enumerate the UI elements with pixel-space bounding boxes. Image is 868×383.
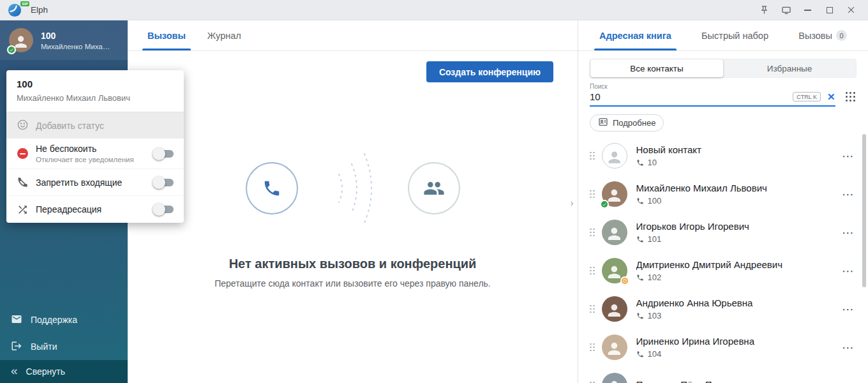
segment-favorites[interactable]: Избранные (723, 59, 856, 77)
popup-header: 100 Михайленко Михаил Львович (6, 70, 184, 112)
forwarding-row[interactable]: Переадресация (6, 196, 184, 223)
tab-calls-right[interactable]: Вызовы 0 (788, 20, 858, 50)
block-incoming-row[interactable]: Запретить входящие (6, 169, 184, 196)
tab-address-book[interactable]: Адресная книга (588, 20, 682, 50)
pin-icon[interactable] (758, 3, 771, 17)
tab-journal[interactable]: Журнал (197, 20, 252, 50)
search-input[interactable]: Поиск 10 CTRL K ✕ (590, 83, 835, 107)
contact-row[interactable]: Дмитриенко Дмитрий Андреевич 102 ⋯ (590, 252, 857, 290)
tab-address-book-label: Адресная книга (599, 31, 671, 41)
sidebar-item-support[interactable]: Поддержка (0, 306, 128, 333)
contact-number: 104 (636, 349, 841, 359)
contact-menu-button[interactable]: ⋯ (840, 187, 857, 202)
panel-collapse-chevron-icon[interactable]: › (567, 194, 576, 211)
dnd-row[interactable]: Не беспокоить Отключает все уведомления (6, 139, 184, 169)
scrollbar-thumb[interactable] (862, 134, 866, 287)
logout-icon (11, 340, 22, 354)
contact-info: Петренко Пётр Петрович (636, 379, 841, 383)
user-profile-button[interactable]: 100 Михайленко Михаил Львович (0, 20, 128, 60)
tab-calls[interactable]: Вызовы (137, 20, 197, 50)
phone-icon (636, 274, 644, 282)
empty-state-title: Нет активных вызовов и конференций (128, 257, 578, 271)
contact-info: Андриенко Анна Юрьевна 103 (636, 297, 841, 320)
contact-row[interactable]: Игорьков Игорь Игоревич 101 ⋯ (590, 213, 857, 252)
contact-row[interactable]: Андриенко Анна Юрьевна 103 ⋯ (590, 290, 857, 328)
contact-menu-button[interactable]: ⋯ (840, 149, 857, 163)
phone-icon (636, 197, 644, 205)
contact-name: Петренко Пётр Петрович (636, 379, 841, 383)
contact-number: 100 (636, 196, 841, 206)
titlebar: SIP Elph (0, 0, 868, 20)
sidebar-item-label: Поддержка (31, 315, 77, 325)
phone-icon (636, 350, 644, 358)
contact-menu-button[interactable]: ⋯ (840, 264, 857, 278)
block-text: Запретить входящие (36, 177, 122, 188)
details-button[interactable]: Подробнее (590, 114, 664, 131)
create-conference-button[interactable]: Создать конференцию (426, 61, 553, 82)
contact-avatar (602, 258, 627, 283)
drag-handle-icon[interactable] (590, 152, 595, 160)
tab-calls-right-label: Вызовы (798, 31, 832, 41)
sidebar-item-logout[interactable]: Выйти (0, 333, 128, 360)
contact-avatar (602, 373, 627, 383)
contact-info: Дмитриенко Дмитрий Андреевич 102 (636, 259, 841, 282)
contact-menu-button[interactable]: ⋯ (840, 302, 857, 317)
drag-handle-icon[interactable] (590, 305, 595, 313)
contact-menu-button[interactable]: ⋯ (840, 379, 857, 383)
phone-icon (636, 236, 644, 243)
contact-avatar (602, 181, 627, 207)
drag-handle-icon[interactable] (590, 190, 595, 199)
forwarding-label: Переадресация (36, 204, 101, 214)
calls-area: Вызовы Журнал Создать конференцию (128, 20, 578, 383)
forwarding-text: Переадресация (36, 204, 101, 214)
sidebar-footer: Поддержка Выйти (0, 306, 128, 360)
tab-journal-label: Журнал (207, 31, 241, 41)
drag-handle-icon[interactable] (590, 343, 595, 352)
contact-menu-button[interactable]: ⋯ (840, 340, 857, 355)
contacts-filter-segmented: Все контакты Избранные (590, 59, 857, 78)
mail-icon (11, 313, 22, 327)
compact-mode-icon[interactable] (779, 3, 793, 17)
app-window: SIP Elph 100 (0, 0, 868, 383)
close-button[interactable] (844, 3, 858, 17)
block-label: Запретить входящие (36, 177, 122, 188)
tab-speed-dial-label: Быстрый набор (701, 31, 768, 41)
search-label: Поиск (590, 83, 835, 90)
popup-user-number: 100 (17, 79, 174, 89)
user-avatar (9, 28, 33, 52)
contact-row[interactable]: Михайленко Михаил Львович 100 ⋯ (590, 175, 857, 213)
contact-menu-button[interactable]: ⋯ (840, 225, 857, 240)
status-popup: 100 Михайленко Михаил Львович Добавить с… (6, 70, 184, 223)
dnd-toggle[interactable] (154, 150, 174, 158)
popup-user-name: Михайленко Михаил Львович (17, 93, 174, 103)
sip-badge: SIP (20, 1, 29, 6)
smiley-icon (17, 119, 29, 133)
tab-speed-dial[interactable]: Быстрый набор (691, 20, 779, 50)
calls-count-badge: 0 (836, 30, 847, 41)
search-value[interactable]: 10 (590, 91, 793, 102)
sound-waves-icon (327, 144, 378, 233)
contact-row[interactable]: Петренко Пётр Петрович ⋯ (590, 366, 857, 383)
collapse-icon: « (11, 364, 18, 377)
dnd-icon (17, 147, 29, 160)
status-online-icon (600, 200, 609, 209)
contact-name: Ириненко Ирина Игоревна (636, 336, 841, 347)
contact-row[interactable]: Новый контакт 10 ⋯ (590, 137, 857, 175)
contact-avatar (602, 220, 627, 245)
add-status-button[interactable]: Добавить статус (6, 112, 184, 139)
block-incoming-toggle[interactable] (154, 179, 174, 186)
drag-handle-icon[interactable] (590, 229, 595, 237)
dialpad-icon[interactable] (846, 92, 856, 102)
forwarding-toggle[interactable] (154, 206, 174, 213)
clear-search-icon[interactable]: ✕ (827, 92, 835, 101)
drag-handle-icon[interactable] (590, 267, 595, 275)
app-logo-icon: SIP (8, 3, 22, 17)
contact-row[interactable]: Ириненко Ирина Игоревна 104 ⋯ (590, 328, 857, 366)
segment-all-contacts[interactable]: Все контакты (590, 59, 723, 77)
maximize-button[interactable] (823, 3, 836, 17)
main-tabs: Вызовы Журнал (128, 20, 578, 51)
contact-avatar (602, 296, 627, 322)
sidebar-collapse-button[interactable]: « Свернуть (0, 360, 128, 383)
phone-circle-icon (246, 162, 298, 214)
minimize-button[interactable] (801, 3, 814, 17)
